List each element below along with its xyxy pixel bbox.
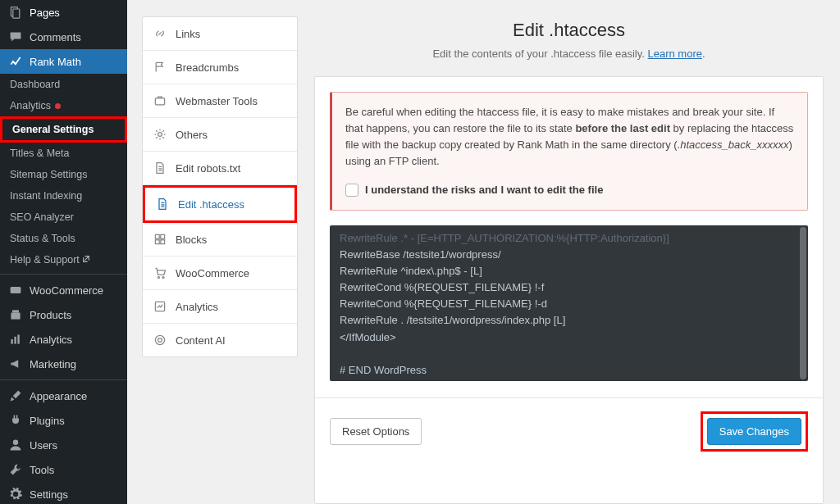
save-changes-button[interactable]: Save Changes [707, 418, 801, 445]
sidebar-item-label: Marketing [30, 358, 76, 370]
tab-label: Blocks [176, 234, 207, 246]
pages-icon [8, 5, 23, 20]
products-icon [8, 307, 23, 322]
sidebar-item-pages[interactable]: Pages [0, 0, 127, 25]
flag-icon [153, 60, 167, 75]
wp-admin-sidebar: Pages Comments Rank Math DashboardAnalyt… [0, 0, 127, 504]
page-title: Edit .htaccess [314, 20, 824, 41]
sidebar-sub-seo-analyzer[interactable]: SEO Analyzer [0, 207, 127, 228]
sidebar-sub-status-tools[interactable]: Status & Tools [0, 228, 127, 249]
file-icon [153, 161, 167, 175]
sidebar-item-label: Products [30, 309, 71, 321]
svg-rect-5 [11, 339, 12, 344]
sidebar-item-appearance[interactable]: Appearance [0, 384, 127, 408]
svg-point-16 [162, 277, 164, 279]
gear-icon [153, 127, 167, 142]
sidebar-item-label: Plugins [30, 415, 65, 427]
bars-icon [8, 332, 23, 347]
wrench-icon [8, 462, 23, 477]
tab-label: Links [176, 28, 200, 40]
tab-robots[interactable]: Edit robots.txt [143, 152, 297, 185]
tab-blocks[interactable]: Blocks [143, 223, 297, 257]
sidebar-item-label: Appearance [30, 390, 87, 402]
svg-rect-12 [161, 234, 165, 238]
update-dot-icon [55, 103, 61, 109]
understand-risks-label: I understand the risks and I want to edi… [365, 182, 603, 198]
grid-icon [153, 232, 167, 247]
sidebar-item-woocommerce[interactable]: WooCommerce [0, 278, 127, 302]
sidebar-item-settings[interactable]: Settings [0, 482, 127, 504]
sidebar-item-label: Pages [30, 7, 60, 19]
warning-box: Be careful when editing the htaccess fil… [330, 92, 808, 211]
sidebar-separator [0, 274, 127, 275]
sidebar-sub-analytics[interactable]: Analytics [0, 95, 127, 116]
comments-icon [8, 30, 23, 44]
sidebar-item-label: Comments [30, 31, 81, 43]
sidebar-item-label: Analytics [30, 334, 72, 346]
megaphone-icon [8, 356, 23, 371]
tab-label: Edit .htaccess [178, 198, 244, 211]
svg-point-15 [158, 277, 159, 279]
settings-card: Be careful when editing the htaccess fil… [314, 76, 824, 504]
sidebar-sub-sitemap-settings[interactable]: Sitemap Settings [0, 164, 127, 185]
sidebar-sub-titles-meta[interactable]: Titles & Meta [0, 143, 127, 164]
tab-analytics[interactable]: Analytics [143, 290, 297, 324]
svg-rect-1 [13, 9, 20, 18]
tab-htaccess[interactable]: Edit .htaccess [143, 185, 297, 223]
gear-icon [8, 487, 23, 502]
tab-label: Breadcrumbs [176, 61, 239, 74]
sidebar-item-tools[interactable]: Tools [0, 457, 127, 482]
sidebar-sub-help-support[interactable]: Help & Support [0, 249, 127, 270]
brush-icon [8, 388, 23, 403]
page-subtitle: Edit the contents of your .htaccess file… [314, 48, 824, 60]
tab-woocommerce[interactable]: WooCommerce [143, 257, 297, 290]
tab-contentai[interactable]: Content AI [143, 324, 297, 356]
sidebar-sub-instant-indexing[interactable]: Instant Indexing [0, 185, 127, 207]
svg-rect-11 [155, 234, 159, 238]
understand-risks-checkbox[interactable] [345, 184, 358, 197]
sidebar-item-users[interactable]: Users [0, 433, 127, 457]
reset-options-button[interactable]: Reset Options [330, 418, 422, 445]
target-icon [153, 333, 167, 347]
svg-point-10 [158, 133, 162, 137]
tab-breadcrumbs[interactable]: Breadcrumbs [143, 51, 297, 84]
svg-rect-6 [14, 337, 16, 344]
sidebar-item-products[interactable]: Products [0, 302, 127, 327]
learn-more-link[interactable]: Learn more [647, 48, 701, 60]
sidebar-item-label: Rank Math [30, 56, 81, 68]
svg-point-19 [158, 338, 162, 343]
htaccess-editor[interactable]: RewriteRule .* - [E=HTTP_AUTHORIZATION:%… [330, 225, 808, 381]
sidebar-item-comments[interactable]: Comments [0, 25, 127, 49]
sidebar-item-label: Settings [30, 488, 68, 501]
plug-icon [8, 413, 23, 428]
tab-links[interactable]: Links [143, 17, 297, 51]
sidebar-item-plugins[interactable]: Plugins [0, 408, 127, 433]
rankmath-icon [8, 54, 23, 69]
tab-label: Others [176, 129, 208, 141]
cart-icon [153, 266, 167, 280]
sidebar-item-label: WooCommerce [30, 284, 103, 297]
tab-webmaster[interactable]: Webmaster Tools [143, 84, 297, 118]
sidebar-sub-general-settings[interactable]: General Settings [0, 116, 127, 143]
chart-icon [153, 299, 167, 314]
sidebar-item-rankmath[interactable]: Rank Math [0, 49, 127, 74]
tab-others[interactable]: Others [143, 118, 297, 152]
settings-tabs: LinksBreadcrumbsWebmaster ToolsOthersEdi… [142, 16, 298, 357]
scrollbar[interactable] [800, 227, 806, 379]
tab-label: Content AI [176, 334, 226, 347]
user-icon [8, 438, 23, 452]
woo-icon [8, 283, 23, 297]
sidebar-sub-dashboard[interactable]: Dashboard [0, 74, 127, 95]
file-icon [155, 197, 170, 211]
card-footer: Reset Options Save Changes [315, 397, 823, 465]
sidebar-item-label: Tools [30, 464, 54, 476]
sidebar-item-label: Users [30, 439, 57, 452]
sidebar-item-marketing[interactable]: Marketing [0, 352, 127, 376]
tab-label: Edit robots.txt [176, 162, 240, 175]
svg-rect-9 [155, 98, 164, 105]
rankmath-submenu: DashboardAnalyticsGeneral SettingsTitles… [0, 74, 127, 270]
briefcase-icon [153, 93, 167, 108]
svg-point-18 [155, 335, 164, 344]
sidebar-item-analytics2[interactable]: Analytics [0, 327, 127, 352]
svg-rect-2 [11, 287, 21, 293]
